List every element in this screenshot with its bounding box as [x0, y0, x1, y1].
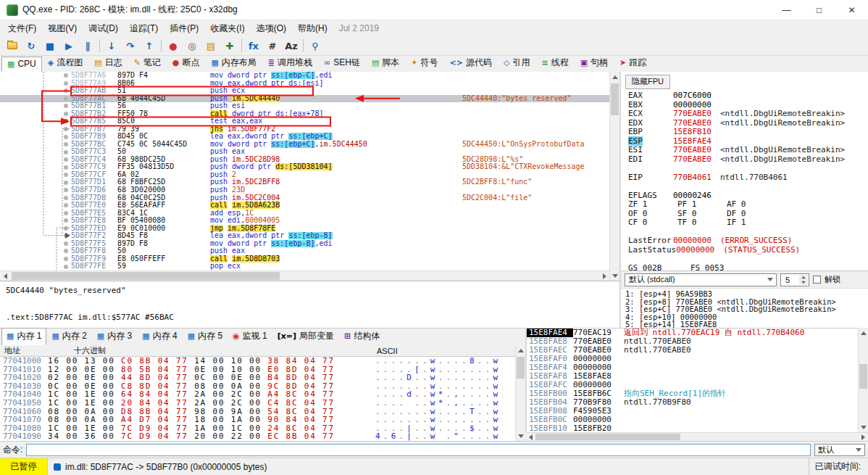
row-bullet[interactable]: [64, 157, 68, 162]
register-row[interactable]: EAX007C6000: [621, 91, 868, 101]
trace-coverage-button[interactable]: ◎: [183, 38, 201, 54]
register-value[interactable]: 770EABE0: [673, 109, 711, 118]
row-bullet[interactable]: [64, 165, 68, 170]
hide-fpu-button[interactable]: 隐藏FPU: [625, 75, 670, 89]
disasm-vscrollbar[interactable]: [609, 72, 619, 281]
step-over-button[interactable]: ↷: [121, 38, 140, 54]
row-bullet[interactable]: [64, 226, 68, 231]
register-value[interactable]: 15E8FAE4: [673, 136, 711, 146]
flag-cf[interactable]: CF 0: [628, 218, 677, 228]
register-value[interactable]: 770B4061: [673, 173, 711, 182]
tab-breakpoints[interactable]: ●断点: [167, 54, 206, 72]
register-row[interactable]: EBP15E8FB10: [621, 128, 868, 137]
open-file-button[interactable]: [3, 38, 22, 54]
row-bullet[interactable]: [64, 173, 68, 177]
disasm-row[interactable]: 5D8F77E0E8 56EAFAFFcall im.5D8A623B: [0, 202, 609, 210]
disasm-row[interactable]: 5D8F77D668 3D020000push 23D: [0, 186, 609, 194]
argument-count-stepper[interactable]: 5: [780, 273, 809, 286]
row-bullet[interactable]: [64, 188, 68, 192]
patches-button[interactable]: ✚: [220, 38, 239, 54]
register-value[interactable]: 770EABE0: [673, 145, 711, 154]
breakpoints-button[interactable]: ●: [164, 38, 183, 54]
disassembly-view[interactable]: 5D8F77A6897D F4mov dword ptr ss:[ebp-C],…: [0, 72, 609, 270]
tab-cpu[interactable]: ▦CPU: [1, 57, 42, 72]
calling-convention-select[interactable]: 默认 (stdcall): [625, 273, 777, 286]
tab-log[interactable]: ▤日志: [88, 54, 128, 72]
tab-seh[interactable]: ∞SEH链: [318, 54, 366, 72]
scroll-thumb[interactable]: [12, 272, 280, 280]
scroll-up-button[interactable]: [516, 345, 526, 355]
stack-row[interactable]: 15E8FB1015E8FB20: [527, 424, 858, 432]
menu-favourites[interactable]: 收藏夹(I): [204, 21, 250, 36]
minimize-button[interactable]: —: [770, 0, 803, 20]
menu-options[interactable]: 选项(O): [251, 21, 292, 36]
dump-vscrollbar[interactable]: [515, 345, 525, 441]
register-value[interactable]: 770EABE0: [673, 118, 711, 128]
register-row[interactable]: ECX770EABE0<ntdll.DbgUiRemoteBreakin>: [621, 110, 868, 119]
tab-memory-1[interactable]: ▦内存 1: [1, 328, 46, 345]
row-bullet[interactable]: [64, 142, 68, 146]
menu-trace[interactable]: 追踪(T): [124, 21, 164, 36]
disasm-row[interactable]: 5D8F77A6897D F4mov dword ptr ss:[ebp-C],…: [0, 72, 609, 80]
close-button[interactable]: ✕: [835, 0, 868, 20]
unlock-checkbox[interactable]: [813, 276, 821, 284]
menu-plugins[interactable]: 插件(P): [164, 21, 204, 36]
row-bullet[interactable]: [64, 96, 68, 101]
row-bullet[interactable]: [64, 112, 68, 116]
tab-notes[interactable]: ✎笔记: [128, 54, 167, 72]
row-bullet[interactable]: [64, 218, 68, 223]
register-row[interactable]: EDX770EABE0<ntdll.DbgUiRemoteBreakin>: [621, 119, 868, 128]
tab-script[interactable]: ▤脚本: [366, 54, 405, 72]
scroll-down-button[interactable]: [516, 431, 526, 441]
tab-memory-5[interactable]: ▦内存 5: [183, 328, 228, 345]
row-bullet[interactable]: [64, 81, 68, 86]
stack-hscrollbar[interactable]: [525, 432, 868, 441]
register-row[interactable]: ESI770EABE0<ntdll.DbgUiRemoteBreakin>: [621, 146, 868, 155]
find-pattern-button[interactable]: ⚲: [306, 38, 325, 54]
text-az-button[interactable]: Az: [282, 38, 301, 54]
menu-help[interactable]: 帮助(H): [292, 21, 333, 36]
row-bullet[interactable]: [64, 135, 68, 139]
pause-button[interactable]: ∥: [78, 38, 97, 54]
run-button[interactable]: ▶: [59, 38, 78, 54]
row-bullet[interactable]: [64, 203, 68, 207]
row-bullet[interactable]: [64, 196, 68, 200]
tab-trace[interactable]: ➤跟踪: [614, 54, 652, 72]
register-value[interactable]: 00000000: [673, 100, 711, 110]
tab-memory-3[interactable]: ▦内存 3: [92, 328, 137, 345]
notes-button[interactable]: ▤: [201, 38, 220, 54]
register-value[interactable]: 15E8FB10: [673, 127, 711, 136]
row-bullet[interactable]: [64, 104, 68, 108]
tab-threads[interactable]: ≡线程: [535, 54, 574, 72]
maximize-button[interactable]: □: [803, 0, 835, 20]
tab-locals[interactable]: [x=]局部变量: [272, 328, 339, 345]
flag-pf[interactable]: PF 1: [677, 200, 727, 210]
scroll-down-button[interactable]: [610, 270, 620, 281]
register-row[interactable]: EDI770EABE0<ntdll.DbgUiRemoteBreakin>: [621, 155, 868, 165]
register-value[interactable]: 00000246: [673, 191, 711, 200]
command-profile-select[interactable]: 默认: [814, 444, 865, 456]
scroll-right-button[interactable]: [599, 271, 609, 281]
argument-row[interactable]: 1: [esp+4] 96A59BB3: [625, 290, 868, 298]
scroll-thumb[interactable]: [517, 357, 525, 379]
flag-tf[interactable]: TF 0: [677, 218, 727, 228]
segment-gs[interactable]: GS 002B: [628, 264, 690, 271]
disasm-row[interactable]: 5D8F77FE59pop ecx: [0, 263, 609, 270]
scroll-up-button[interactable]: [610, 72, 620, 82]
dump-row[interactable]: 7704109034 00 36 00 7C D9 04 77 20 00 22…: [0, 432, 515, 441]
menu-file[interactable]: 文件(F): [2, 21, 42, 36]
row-bullet[interactable]: [64, 265, 68, 269]
row-bullet[interactable]: [64, 211, 68, 215]
scroll-up-button[interactable]: [859, 328, 868, 338]
register-value[interactable]: 007C6000: [673, 91, 711, 100]
stack-vscrollbar[interactable]: [858, 328, 868, 432]
stop-button[interactable]: ■: [41, 38, 59, 54]
tab-handles[interactable]: ▣句柄: [575, 54, 614, 72]
row-bullet[interactable]: [64, 73, 68, 78]
tab-struct[interactable]: ⊞结构体: [339, 328, 385, 345]
breakpoint-dot[interactable]: [64, 119, 68, 123]
stack-view[interactable]: 15E8FAE4770EAC19返回到 ntdll.770EAC19 自 ntd…: [525, 328, 858, 432]
row-bullet[interactable]: [64, 181, 68, 185]
row-bullet[interactable]: [64, 150, 68, 154]
tab-references[interactable]: ◇引用: [498, 54, 535, 72]
